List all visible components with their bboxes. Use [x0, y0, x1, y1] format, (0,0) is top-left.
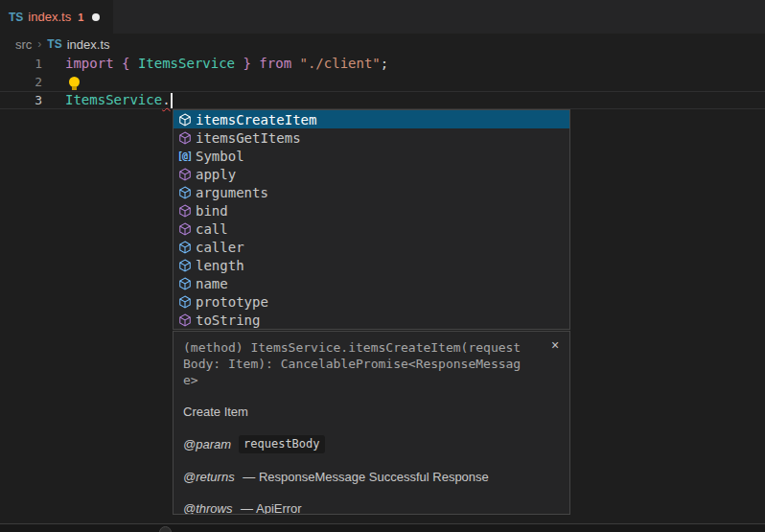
line-number[interactable]: 2 — [0, 73, 42, 91]
suggestion-item[interactable]: caller — [174, 238, 569, 256]
suggestion-label: Symbol — [196, 149, 244, 164]
signature-line: Body: Item): CancelablePromise<ResponseM… — [183, 356, 560, 372]
suggestion-item[interactable]: bind — [174, 201, 569, 220]
code-line[interactable]: 1import { ItemsService } from "./client"… — [0, 55, 765, 73]
code-token: } — [243, 55, 250, 73]
bottom-panel-edge — [0, 523, 765, 532]
typescript-icon: TS — [47, 37, 61, 51]
typescript-icon: TS — [9, 11, 23, 24]
suggestion-item[interactable]: itemsGetItems — [174, 128, 569, 147]
code-token: import — [65, 55, 114, 73]
symbol-field-icon — [176, 294, 193, 310]
doc-tag-line: @returns — ResponseMessage Successful Re… — [183, 469, 560, 485]
chevron-right-icon: › — [37, 37, 41, 51]
error-token: . — [162, 91, 170, 109]
suggestion-label: call — [196, 221, 228, 237]
suggestion-item[interactable]: arguments — [174, 183, 569, 201]
suggestion-label: length — [196, 258, 244, 273]
tab-error-count: 1 — [78, 12, 83, 23]
line-number[interactable]: 1 — [0, 55, 42, 73]
code-token: from — [259, 55, 291, 73]
code-text: ItemsService. — [42, 91, 173, 109]
tab-index-ts[interactable]: TS index.ts 1 — [0, 0, 113, 34]
suggestion-label: bind — [196, 203, 228, 219]
symbol-field-icon — [176, 258, 193, 273]
doc-tag-label: @throws — [183, 500, 233, 515]
code-token: "./client" — [300, 55, 381, 73]
breadcrumb: src › TS index.ts — [0, 34, 765, 55]
close-icon[interactable]: × — [547, 337, 563, 353]
suggestion-item[interactable]: prototype — [174, 292, 569, 311]
vscode-window: TS index.ts 1 src › TS index.ts 1import … — [0, 0, 765, 532]
doc-tag-text: — ApiError — [238, 500, 302, 515]
suggestion-label: caller — [196, 240, 244, 255]
suggestion-label: itemsGetItems — [196, 130, 301, 146]
doc-tags: @paramrequestBody@returns — ResponseMess… — [183, 435, 560, 515]
line-number[interactable]: 3 — [0, 91, 42, 109]
tab-bar: TS index.ts 1 — [0, 0, 765, 34]
code-token: { — [122, 55, 129, 73]
suggest-docs-panel: × (method) ItemsService.itemsCreateItem(… — [173, 331, 570, 515]
symbol-field-icon — [176, 185, 193, 200]
code-editor[interactable]: 1import { ItemsService } from "./client"… — [0, 55, 765, 109]
partial-circle-decoration — [159, 526, 172, 532]
code-token: ItemsService — [65, 91, 162, 109]
doc-tag-code-badge: requestBody — [239, 435, 324, 453]
tab-filename: index.ts — [28, 10, 71, 24]
code-token — [235, 55, 243, 73]
suggestion-label: itemsCreateItem — [196, 112, 316, 127]
symbol-method-icon — [176, 221, 193, 237]
symbol-variable-icon: [@] — [176, 149, 193, 164]
doc-description: Create Item — [183, 404, 560, 420]
code-token: ItemsService — [138, 55, 235, 73]
suggestion-label: arguments — [196, 185, 268, 200]
suggestion-label: toString — [196, 312, 260, 328]
code-line[interactable]: 3ItemsService. — [0, 91, 765, 109]
doc-tag-text: — ResponseMessage Successful Response — [240, 469, 489, 485]
doc-tag-line: @paramrequestBody — [183, 435, 560, 453]
code-token — [291, 55, 299, 73]
suggestion-item[interactable]: [@]Symbol — [174, 147, 569, 165]
suggestion-label: apply — [196, 167, 236, 182]
breadcrumb-folder[interactable]: src — [15, 37, 32, 52]
signature-line: (method) ItemsService.itemsCreateItem(re… — [183, 339, 560, 356]
code-text — [42, 77, 80, 87]
symbol-method-icon — [176, 130, 193, 146]
code-token: ; — [381, 55, 388, 73]
lightbulb-icon[interactable] — [69, 77, 80, 87]
symbol-field-icon — [176, 276, 193, 291]
suggestion-item[interactable]: name — [174, 274, 569, 292]
breadcrumb-file[interactable]: index.ts — [67, 37, 110, 52]
signature-line: e> — [183, 372, 560, 388]
code-token — [114, 55, 122, 73]
signature-block: (method) ItemsService.itemsCreateItem(re… — [183, 339, 560, 388]
code-token — [129, 55, 137, 73]
doc-tag-label: @param — [183, 436, 231, 452]
symbol-method-icon — [176, 167, 193, 182]
symbol-method-icon — [176, 112, 193, 127]
suggestion-item[interactable]: call — [174, 220, 569, 238]
suggestion-item[interactable]: itemsCreateItem — [174, 110, 569, 128]
symbol-field-icon — [176, 240, 193, 255]
doc-tag-label: @returns — [183, 469, 235, 485]
modified-indicator-dot[interactable] — [92, 13, 100, 21]
suggestion-label: prototype — [196, 294, 268, 310]
suggestion-item[interactable]: toString — [174, 311, 569, 329]
code-line[interactable]: 2 — [0, 73, 765, 91]
text-cursor — [171, 93, 173, 108]
symbol-method-icon — [176, 203, 193, 219]
suggestion-label: name — [196, 276, 228, 291]
suggestions-popup: itemsCreateItemitemsGetItems[@]Symbolapp… — [173, 109, 570, 330]
doc-tag-line: @throws — ApiError — [183, 500, 560, 515]
code-text: import { ItemsService } from "./client"; — [42, 55, 388, 73]
symbol-method-icon — [176, 312, 193, 328]
suggestion-item[interactable]: apply — [174, 165, 569, 183]
suggestion-item[interactable]: length — [174, 256, 569, 274]
code-token — [251, 55, 259, 73]
